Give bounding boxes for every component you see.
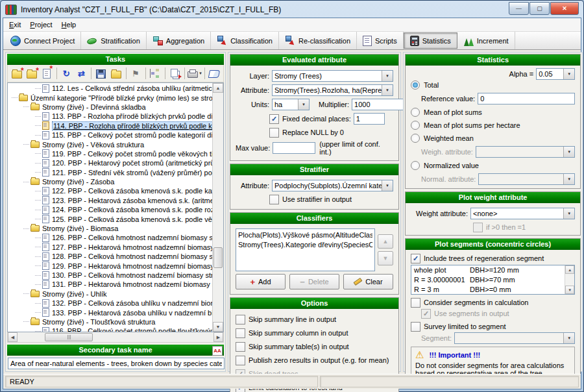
chevron-down-icon[interactable]: ▼ xyxy=(382,180,393,191)
radio-weighted-mean[interactable] xyxy=(411,134,420,143)
classifier-item[interactable]: Stromy(Trees).Kategorie dřeviny(SpeciesC… xyxy=(238,240,372,250)
multiplier-input[interactable] xyxy=(352,99,408,110)
scroll-thumb[interactable] xyxy=(213,247,223,268)
layer-select[interactable]: Stromy (Trees)▼ xyxy=(272,70,393,82)
tree-item[interactable]: 130. PBP - Celková hmotnost nadzemí biom… xyxy=(8,271,213,280)
segment-row[interactable]: R = 3.00000001DBH>=70 mm xyxy=(411,275,574,285)
add-classifier-button[interactable]: +Add xyxy=(236,274,286,289)
refresh-button[interactable]: ↻ xyxy=(60,66,73,80)
maximize-button[interactable]: ▢ xyxy=(529,2,550,15)
tab-increment[interactable]: Increment xyxy=(457,32,515,49)
tab-scripts[interactable]: Scripts xyxy=(357,32,404,49)
tree-item[interactable]: 113. PBP - Rozloha přírodě blízkých prvk… xyxy=(8,112,213,121)
tree-item[interactable]: 124. PBP - Celková zásoba kmenová s.k. p… xyxy=(8,205,213,214)
stratifier-attribute-select[interactable]: Podplochy(Subplots).Územní kategorie / v… xyxy=(272,180,393,191)
segment-row[interactable]: R = 3 mDBH>=0 mm xyxy=(411,285,574,295)
tree-item[interactable]: 132. PBP - Celková zásoba uhlíku v nadze… xyxy=(8,299,213,308)
classifier-item[interactable]: Plocha(Plots).Výškové pásmo(AltitudeClas… xyxy=(238,230,372,240)
scroll-down-icon[interactable]: ▼ xyxy=(213,322,223,332)
menu-exit[interactable]: Exit xyxy=(5,19,25,30)
chevron-down-icon[interactable]: ▼ xyxy=(298,99,309,110)
fixed-decimal-input[interactable] xyxy=(354,113,385,125)
tree-item[interactable]: Stromy (živé) - Věková struktura xyxy=(8,140,213,149)
tab-connect-project[interactable]: Connect Project xyxy=(5,32,81,49)
print-button[interactable]: ▾ xyxy=(188,66,202,80)
chevron-down-icon[interactable]: ▼ xyxy=(563,208,574,219)
survey-limited-checkbox[interactable] xyxy=(411,322,420,332)
scroll-up-icon[interactable]: ▲ xyxy=(565,265,574,274)
new-folder-button[interactable] xyxy=(25,66,38,80)
tree-item[interactable]: 121. PBP - Střední věk stromů (vážený pr… xyxy=(8,168,213,177)
tree-item[interactable]: 133. PBP - Hektarová zásoba uhlíku v nad… xyxy=(8,308,213,317)
skip-summary-column-in-output-checkbox[interactable] xyxy=(236,328,245,338)
segments-list[interactable]: whole plotDBH>=120 mmR = 3.00000001DBH>=… xyxy=(411,265,575,295)
tree-item[interactable]: 116. PBP - Celkový počet stromů podle tl… xyxy=(8,326,213,332)
use-segments-checkbox[interactable] xyxy=(421,309,431,319)
radio-mean-plot-sums[interactable] xyxy=(411,108,420,117)
tree-item[interactable]: Stromy (živé) - Biomasa xyxy=(8,224,213,233)
units-select[interactable]: ha▼ xyxy=(272,99,310,110)
reference-value-input[interactable] xyxy=(478,93,575,104)
move-down-button[interactable]: ▼ xyxy=(378,251,393,265)
tab-statistics[interactable]: Statistics xyxy=(404,32,457,49)
flag-button[interactable]: ⚑ xyxy=(129,66,143,80)
delete-classifier-button[interactable]: −Delete xyxy=(289,274,339,289)
consider-segments-checkbox[interactable] xyxy=(411,298,420,308)
segment-row[interactable]: whole plotDBH>=120 mm xyxy=(411,265,574,275)
clear-classifiers-button[interactable]: Clear xyxy=(343,274,393,289)
tree-item[interactable]: 129. PBP - Hektarová hmotnost nadzemní b… xyxy=(8,261,213,270)
chevron-down-icon[interactable]: ▼ xyxy=(563,69,574,79)
attribute-select[interactable]: Stromy(Trees).Rozloha, ha(RepreArea_ha▼ xyxy=(272,84,393,96)
tree-item[interactable]: 125. PBP - Celková zásoba kmenová s.k. p… xyxy=(8,214,213,223)
skip-summary-line-in-output-checkbox[interactable] xyxy=(236,315,245,325)
publish-zero-results-in-output-e-g-for-mean-checkbox[interactable] xyxy=(236,356,245,365)
tree-horizontal-scrollbar[interactable]: ◀ ▶ xyxy=(7,332,224,343)
tree-item[interactable]: 131. PBP - Hektarová hmotnost nadzemí bi… xyxy=(8,280,213,289)
tree-item[interactable]: Stromy (živé) - Zásoba xyxy=(8,177,213,186)
scroll-up-icon[interactable]: ▲ xyxy=(213,83,223,93)
new-task-button[interactable] xyxy=(40,66,53,80)
copy-task-button[interactable] xyxy=(168,66,182,80)
segments-scrollbar[interactable]: ▲ ▼ xyxy=(565,265,574,294)
tree-item[interactable]: 126. PBP - Celková hmotnost nadzemní bio… xyxy=(8,233,213,242)
rename-task-icon[interactable]: AA xyxy=(212,346,223,356)
tree-item[interactable]: 123. PBP - Hektarová zásoba kmenová s.k.… xyxy=(8,196,213,205)
tree-item[interactable]: Stromy (živé) - Tloušťková struktura xyxy=(8,317,213,326)
menu-help[interactable]: Help xyxy=(57,19,81,30)
alpha-select[interactable]: 0.05▼ xyxy=(536,68,575,80)
save-tasks-button[interactable] xyxy=(94,66,108,80)
tab-re-classification[interactable]: Re-classification xyxy=(279,32,357,49)
classifiers-list[interactable]: Plocha(Plots).Výškové pásmo(AltitudeClas… xyxy=(236,228,375,271)
tree-item[interactable]: Stromy (živé) - Uhlík xyxy=(8,289,213,299)
chevron-down-icon[interactable]: ▼ xyxy=(382,85,393,95)
menu-project[interactable]: Project xyxy=(25,19,56,30)
move-task-button[interactable]: ⇄ xyxy=(75,66,88,80)
max-value-input[interactable] xyxy=(273,142,315,154)
tree-item[interactable]: 119. PBP - Celkový počet stromů podle vě… xyxy=(8,149,213,158)
secondary-task-name-input[interactable] xyxy=(8,358,225,369)
tree-view-button[interactable] xyxy=(149,66,162,80)
normal-attribute-select[interactable]: ▼ xyxy=(478,173,575,185)
weigh-attribute-select[interactable]: ▼ xyxy=(476,146,575,158)
use-stratifier-checkbox[interactable] xyxy=(269,195,279,204)
if-gt-zero-checkbox[interactable] xyxy=(473,223,483,232)
radio-total[interactable] xyxy=(411,80,420,90)
tree-item[interactable]: Stromy (živé) - Dřevinná skladba xyxy=(8,103,213,112)
tree-item[interactable]: Územní kategorie "Přírodě blízké prvky (… xyxy=(8,93,213,102)
tree-vertical-scrollbar[interactable]: ▲ ▼ xyxy=(212,83,223,332)
tree-item[interactable]: 128. PBP - Celková hmotnost nadzemní bio… xyxy=(8,252,213,261)
radio-mean-plot-sums-per-hectare[interactable] xyxy=(411,121,420,130)
help-button[interactable] xyxy=(208,66,221,80)
tab-stratification[interactable]: Stratification xyxy=(81,32,147,49)
move-up-button[interactable]: ▲ xyxy=(378,234,393,249)
tab-classification[interactable]: Classification xyxy=(211,32,279,49)
minimize-button[interactable]: — xyxy=(509,2,529,15)
scroll-right-icon[interactable]: ▶ xyxy=(213,332,223,342)
hscroll-thumb[interactable] xyxy=(45,333,93,341)
close-button[interactable]: ✕ xyxy=(550,2,579,15)
tab-aggregation[interactable]: Aggregation xyxy=(147,32,211,49)
skip-summary-table-s-in-output-checkbox[interactable] xyxy=(236,342,245,352)
tree-item[interactable]: 122. PBP - Celková zásoba kmenová s.k. p… xyxy=(8,186,213,195)
tree-item[interactable]: 114. PBP - Rozloha přírodě blízkých prvk… xyxy=(8,121,213,130)
scroll-down-icon[interactable]: ▼ xyxy=(565,286,574,294)
